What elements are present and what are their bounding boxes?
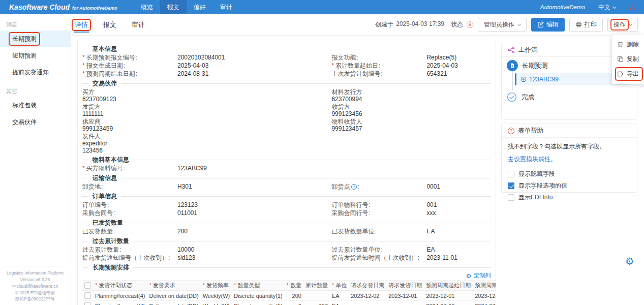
menu-item[interactable]: 删除 (612, 37, 644, 52)
field-value: 623700994 (331, 96, 491, 103)
field-value: 2025-04-03 (177, 63, 208, 70)
nav-item[interactable]: 概览 (134, 0, 160, 14)
checkbox-icon[interactable] (508, 194, 514, 201)
field-value: 1111111 (82, 111, 331, 118)
table-cell: Weekly(W) (201, 291, 232, 301)
column-header: 数量 (287, 282, 301, 288)
table-cell: Weekly(W) (201, 301, 232, 305)
copy-icon (617, 56, 624, 63)
table-cell: 0 (285, 301, 303, 305)
sidebar-item[interactable]: 交易伙伴 (0, 114, 71, 131)
field-label: 订单编号 (82, 202, 107, 208)
help-option-label: 显示字段选项的值 (518, 181, 567, 190)
field-label: 买方 (82, 89, 331, 96)
sidebar-item[interactable]: 标准包装 (0, 97, 71, 114)
field-label: 卸货地 (82, 184, 101, 190)
menu-item-label: 删除 (627, 40, 639, 49)
check-circle-icon (507, 92, 517, 102)
field-value: 011001 (177, 210, 197, 217)
tab[interactable]: 详情 (74, 14, 89, 35)
sidebar-item-label: 短期预测 (12, 51, 37, 60)
sidebar-group-title: 其它 (6, 87, 65, 95)
menu-item-label: 导出 (627, 70, 639, 78)
brand-subtitle: for AutomotiveDemo (72, 6, 117, 11)
field-label: 长期预测报文编号 (82, 54, 135, 61)
help-option-label: 显示隐藏字段 (518, 170, 555, 178)
sidebar-item[interactable]: 提前发货通知 (0, 64, 71, 81)
field-value: xxx (426, 210, 436, 217)
menu-item-label: 复制 (627, 55, 639, 64)
field-value: 10000 (177, 247, 194, 254)
checkbox-icon[interactable] (84, 292, 91, 299)
print-label: 打印 (585, 20, 597, 29)
section-title: 过去累计数量 (82, 238, 491, 245)
field-value: 20020102084001 (177, 54, 225, 62)
detail-header: 详情报文审计 创建于 2025-04-03 17:39 状态 管理员操作 编辑 (72, 14, 644, 36)
table-cell (386, 301, 424, 305)
detail-form: 基本信息长期预测报文编号20020102084001报文功能Replace(5)… (77, 40, 496, 305)
tab-label: 审计 (132, 20, 145, 29)
sidebar-item[interactable]: 长期预测 (0, 30, 71, 47)
tab[interactable]: 报文 (102, 14, 117, 35)
admin-actions-button[interactable]: 管理员操作 (478, 18, 527, 32)
footer-line: 陕ICP备09022277号 (0, 296, 70, 302)
column-header: 请求发货日期 (388, 282, 422, 288)
field-value: 123ABC99 (177, 165, 207, 172)
info-icon[interactable] (351, 184, 357, 190)
brand-logo[interactable]: Kasoftware Cloud for AutomotiveDemo (9, 3, 117, 11)
sidebar-item[interactable]: 短期预测 (0, 47, 71, 64)
help-option[interactable]: 显示EDI Info (508, 192, 631, 203)
gear-icon (466, 273, 472, 279)
edit-button[interactable]: 编辑 (531, 18, 565, 32)
field-label: 供应商 (82, 118, 331, 126)
module-settings-link[interactable]: 去设置模块属性。 (508, 155, 631, 164)
language-label: 中文 (598, 3, 610, 12)
sidebar-item-label: 交易伙伴 (12, 118, 37, 127)
help-option[interactable]: 显示字段选项的值 (508, 180, 631, 192)
column-header: 发货要求 (149, 282, 175, 288)
section-title: 物料基本信息 (82, 157, 491, 163)
checkbox-icon[interactable] (508, 171, 514, 177)
more-actions-button[interactable]: 操作 (607, 18, 638, 32)
table-cell (349, 301, 386, 305)
print-icon (575, 21, 582, 28)
checkbox-icon[interactable] (84, 302, 91, 305)
workflow-title: 工作流 (518, 46, 538, 54)
table-cell (303, 291, 330, 301)
page: Kasoftware Cloud for AutomotiveDemo 概览报文… (0, 0, 644, 305)
settings-gear-button[interactable] (625, 256, 634, 266)
nav-item[interactable]: 偏好 (187, 0, 213, 14)
workflow-done-label: 完成 (522, 93, 534, 102)
field-value: 0001 (426, 184, 440, 191)
language-selector[interactable]: 中文 (598, 3, 616, 12)
nav-item[interactable]: 审计 (213, 0, 239, 14)
field-value: 123123 (177, 202, 198, 209)
table-row: Planning/forecast(4)Deliver on date(DD)W… (82, 291, 496, 301)
customize-columns-link[interactable]: 定制列 (466, 272, 491, 279)
print-button[interactable]: 打印 (569, 18, 603, 32)
field-value: 999123457 (331, 126, 491, 133)
field-value: sid123 (177, 255, 195, 262)
workflow-connector (512, 70, 513, 90)
nav-item[interactable]: 报文 (160, 0, 187, 14)
column-header: 预测周期结束日期 (475, 282, 496, 288)
brand-name: Kasoftware Cloud (9, 3, 70, 11)
question-circle-icon (508, 128, 514, 134)
workflow-item-label: 123ABC99 (529, 76, 559, 83)
section-title: 基本信息 (82, 46, 491, 52)
table-cell: 767 (303, 301, 330, 305)
field-value: EA (426, 228, 435, 235)
help-option[interactable]: 显示隐藏字段 (508, 168, 631, 180)
field-label: 采购合同号 (82, 210, 113, 217)
menu-item[interactable]: 导出 (612, 67, 644, 81)
field-label: 采购合同行号 (331, 210, 368, 217)
menu-item[interactable]: 复制 (612, 52, 644, 67)
field-label: 提前发货通知编号（上次收到） (82, 255, 168, 261)
section-title: 交易伙伴 (82, 80, 491, 87)
user-icon[interactable] (629, 4, 636, 11)
checkbox-icon[interactable] (508, 182, 514, 189)
section-title: 长期预测安排 (82, 264, 491, 271)
tab[interactable]: 审计 (131, 14, 146, 35)
checkbox-icon[interactable] (84, 282, 91, 289)
table-cell: Deliver on date(DD) (147, 291, 200, 301)
